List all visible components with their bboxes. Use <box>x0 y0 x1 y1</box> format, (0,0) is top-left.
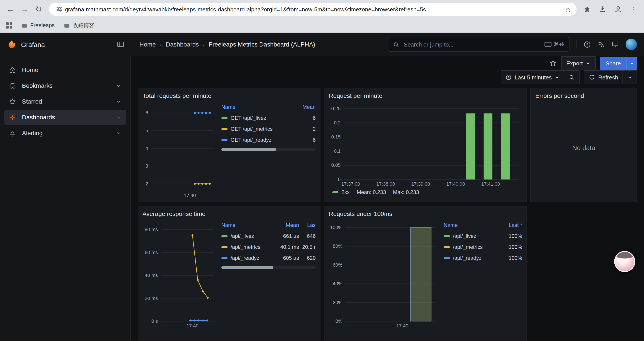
legend-table: Name Last * /api/_livez 100% /api/_metri… <box>444 219 522 329</box>
news-icon[interactable] <box>598 41 605 48</box>
series-swatch <box>222 117 228 119</box>
panel-title[interactable]: Average response time <box>142 209 316 219</box>
series-name[interactable]: 2xx <box>342 189 350 195</box>
browser-menu-icon[interactable]: ⋮ <box>627 3 640 16</box>
sidebar-toggle-icon[interactable] <box>116 40 124 48</box>
downloads-icon[interactable] <box>596 3 609 16</box>
url-input[interactable] <box>64 6 565 13</box>
sidebar-item-label: Home <box>22 66 38 73</box>
sidebar-item-home[interactable]: Home <box>4 62 126 77</box>
refresh-button[interactable]: Refresh <box>584 71 622 84</box>
apps-grid-icon[interactable] <box>6 22 12 29</box>
share-button[interactable]: Share <box>600 57 626 70</box>
series-name[interactable]: GET /api/_metrics <box>230 126 273 132</box>
svg-text:80%: 80% <box>333 243 342 249</box>
panel-title[interactable]: Total requests per minute <box>142 91 316 101</box>
svg-text:40 ms: 40 ms <box>145 272 158 278</box>
series-name[interactable]: /api/_readyz <box>230 255 259 261</box>
zoom-out-button[interactable] <box>564 71 579 84</box>
svg-text:20 ms: 20 ms <box>145 295 158 301</box>
scrollbar-thumb[interactable] <box>222 148 276 151</box>
series-swatch <box>222 139 228 141</box>
legend-header-name[interactable]: Name <box>444 222 503 228</box>
svg-text:100%: 100% <box>330 225 342 230</box>
bookmark-star-icon[interactable]: ☆ <box>565 5 571 14</box>
kiosk-monitor-icon[interactable] <box>612 41 619 48</box>
keyboard-icon <box>544 42 552 47</box>
user-avatar[interactable] <box>626 39 637 50</box>
chevron-down-icon[interactable] <box>116 114 122 120</box>
legend-scrollbar[interactable] <box>222 148 316 151</box>
legend-scrollbar[interactable] <box>222 266 316 269</box>
time-range-picker[interactable]: Last 5 minutes <box>501 71 564 84</box>
svg-text:0 s: 0 s <box>152 318 158 324</box>
grafana-logo[interactable] <box>7 40 17 49</box>
average-response-chart[interactable]: 80 ms60 ms40 ms20 ms0 s17:40 <box>142 219 217 329</box>
sidebar-item-dashboards[interactable]: Dashboards <box>4 110 126 125</box>
total-requests-chart[interactable]: 6543217:40 <box>142 101 217 199</box>
series-name[interactable]: /api/_livez <box>453 233 476 239</box>
bell-icon <box>9 129 16 137</box>
search-icon <box>393 41 400 48</box>
sidebar-item-starred[interactable]: Starred <box>4 94 126 109</box>
request-per-minute-chart[interactable]: 0.250.20.150.10.05017:37:0017:38:0017:39… <box>329 101 522 187</box>
grafana-header: Grafana Home › Dashboards › Freeleaps Me… <box>0 33 644 56</box>
share-dropdown-button[interactable] <box>626 57 637 70</box>
dashboard-subheader: Export Share <box>131 56 644 70</box>
breadcrumb-dashboards[interactable]: Dashboards <box>166 41 199 48</box>
panel-title[interactable]: Errors per second <box>535 91 632 101</box>
panel-title[interactable]: Request per minute <box>329 91 522 101</box>
svg-text:0: 0 <box>338 177 341 182</box>
sidebar-item-bookmarks[interactable]: Bookmarks <box>4 78 126 93</box>
help-icon[interactable]: ? <box>584 41 591 48</box>
legend-header-name[interactable]: Name <box>222 104 294 110</box>
legend-header-name[interactable]: Name <box>222 222 277 228</box>
svg-text:17:40:00: 17:40:00 <box>446 181 465 187</box>
reload-icon[interactable]: ↻ <box>32 2 46 16</box>
export-button[interactable]: Export <box>561 56 596 70</box>
favorite-star-icon[interactable] <box>549 60 556 67</box>
site-info-icon[interactable] <box>54 3 64 16</box>
panel-average-response-time: Average response time 80 ms60 ms40 ms20 … <box>138 206 320 341</box>
svg-text:17:40: 17:40 <box>186 323 198 328</box>
series-name[interactable]: /api/_metrics <box>230 244 260 250</box>
panel-request-per-minute: Request per minute 0.250.20.150.10.05017… <box>324 88 527 202</box>
legend-header-last[interactable]: Last * <box>503 222 522 228</box>
chevron-down-icon[interactable] <box>116 83 122 88</box>
panel-title[interactable]: Requests under 100ms <box>329 209 522 219</box>
panel-requests-under-100ms: Requests under 100ms 100%80%60%40%20%0%1… <box>324 206 527 341</box>
series-name[interactable]: /api/_livez <box>230 233 254 239</box>
svg-text:17:38:00: 17:38:00 <box>376 181 395 187</box>
series-swatch <box>222 246 228 248</box>
chevron-down-icon <box>555 75 560 80</box>
under-100ms-chart[interactable]: 100%80%60%40%20%0%17:40 <box>329 219 439 329</box>
svg-text:5: 5 <box>146 128 148 133</box>
url-bar[interactable]: ☆ <box>49 3 576 16</box>
legend-header-mean[interactable]: Mean <box>277 222 299 228</box>
forward-icon[interactable]: → <box>18 2 32 16</box>
series-name[interactable]: /api/_metrics <box>453 244 483 250</box>
legend-header-last[interactable]: Las <box>299 222 316 228</box>
series-name[interactable]: GET /api/_readyz <box>230 137 271 143</box>
back-icon[interactable]: ← <box>4 2 18 16</box>
series-swatch <box>444 235 450 237</box>
series-name[interactable]: /api/_readyz <box>453 255 482 261</box>
refresh-interval-dropdown[interactable] <box>622 71 636 84</box>
search-input[interactable] <box>403 41 541 48</box>
no-data-message: No data <box>572 144 595 151</box>
svg-text:0.2: 0.2 <box>334 120 341 126</box>
breadcrumb-home[interactable]: Home <box>140 41 156 48</box>
chevron-down-icon[interactable] <box>116 99 122 104</box>
search-box[interactable]: ⌘+k <box>388 37 570 52</box>
series-name[interactable]: GET /api/_livez <box>230 115 266 121</box>
bookmark-folder-freeleaps[interactable]: Freeleaps <box>21 22 54 29</box>
scrollbar-thumb[interactable] <box>222 266 273 269</box>
chevron-down-icon[interactable] <box>116 130 122 136</box>
sidebar-item-alerting[interactable]: Alerting <box>4 126 126 140</box>
browser-profile-icon[interactable] <box>612 3 625 16</box>
sidebar-item-label: Bookmarks <box>22 82 52 89</box>
legend-header-mean[interactable]: Mean <box>294 104 316 110</box>
floating-avatar-button[interactable] <box>614 251 635 272</box>
extensions-icon[interactable] <box>580 3 593 16</box>
bookmark-folder-blogs[interactable]: 收藏博客 <box>63 22 94 29</box>
